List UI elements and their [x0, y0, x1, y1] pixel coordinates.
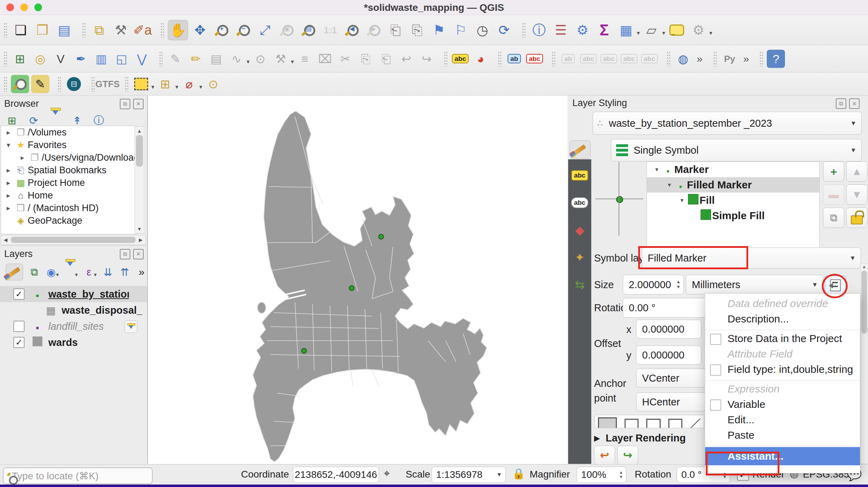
layer-filter-indicator-icon[interactable]: [125, 320, 137, 333]
scale-select[interactable]: 1:1356978 ▼: [432, 467, 506, 483]
anchor-horizontal-select[interactable]: HCenter: [636, 392, 705, 411]
browser-item--users-vigna-download[interactable]: ▸❒/Users/vigna/Download: [1, 151, 137, 164]
undo-button[interactable]: ↩: [397, 50, 415, 68]
cut-features-button[interactable]: ✂: [336, 50, 354, 68]
zoom-last-button[interactable]: ◀: [342, 20, 362, 40]
size-data-defined-override-button[interactable]: [825, 276, 846, 295]
expand-arrow-icon[interactable]: ▸: [3, 191, 14, 200]
mouse-extents-icon[interactable]: ⌖: [384, 467, 390, 480]
modify-attributes-button[interactable]: ⚒: [272, 50, 290, 68]
lock-scale-icon[interactable]: 🔒: [512, 467, 525, 480]
lock-colors-button[interactable]: [846, 208, 867, 228]
spinner-arrows-icon[interactable]: ▲▼: [676, 279, 681, 290]
show-bookmarks-button[interactable]: ⚐: [451, 20, 470, 40]
metasearch-button[interactable]: ◍: [674, 50, 692, 68]
symbology-tab[interactable]: [570, 140, 591, 159]
layer-visibility-checkbox[interactable]: ✓: [13, 288, 25, 300]
symbol-preset[interactable]: [625, 419, 639, 428]
symbol-tree-item-marker[interactable]: ▾●Marker: [647, 162, 819, 177]
filter-browser-button[interactable]: [49, 115, 62, 127]
overflow-button[interactable]: »: [136, 266, 147, 278]
paste-features-button[interactable]: ⎗: [377, 50, 395, 68]
collapse-all-layers-button[interactable]: ⇈: [119, 266, 130, 278]
measure-dropdown-icon[interactable]: ▾: [662, 29, 666, 37]
toggle-editing-button[interactable]: ✏: [187, 50, 205, 68]
expand-arrow-icon[interactable]: ▾: [664, 181, 674, 189]
identify-features-button[interactable]: ⓘ: [529, 20, 549, 40]
zoom-next-button[interactable]: ▶: [364, 20, 384, 40]
magnifier-input[interactable]: 100% ▲▼: [577, 467, 626, 483]
rotate-label-button[interactable]: abc: [620, 50, 638, 68]
menu-item-field-type-int-double-string[interactable]: Field type: int,double,string: [705, 362, 860, 377]
help-contents-button[interactable]: ?: [767, 50, 785, 68]
undo-style-button[interactable]: ↩: [594, 446, 615, 465]
toolbar-overflow-icon[interactable]: »: [743, 53, 749, 65]
delete-selected-button[interactable]: ⌧: [316, 50, 334, 68]
add-selected-layers-button[interactable]: ⊞: [6, 114, 18, 127]
select-by-value-dropdown-icon[interactable]: ▾: [175, 83, 179, 91]
refresh-map-button[interactable]: ⟳: [494, 20, 514, 40]
browser-close-icon[interactable]: ✕: [133, 99, 144, 109]
browser-item-home[interactable]: ▸⌂Home: [1, 189, 137, 202]
symbol-presets-row[interactable]: [595, 415, 704, 428]
layer-diagrams-button[interactable]: ◕: [471, 50, 490, 68]
styling-vertical-scrollbar[interactable]: ▲: [860, 264, 868, 464]
layer-rendering-section[interactable]: ▶ Layer Rendering: [594, 432, 686, 444]
symbol-tree-item-filled-marker[interactable]: ▾●Filled Marker: [647, 177, 819, 193]
expand-arrow-icon[interactable]: ▸: [17, 153, 28, 162]
highlight-labels-button[interactable]: abc: [525, 50, 544, 68]
browser-item-geopackage[interactable]: ◈GeoPackage: [1, 214, 137, 227]
zoom-full-button[interactable]: ⤢: [255, 20, 275, 40]
symbol-tree-item-simple-fill[interactable]: Simple Fill: [647, 208, 819, 223]
diagrams-tab[interactable]: ✦: [571, 250, 589, 265]
add-mssql-layer-button[interactable]: ◱: [112, 50, 131, 68]
digitize-with-segment-button[interactable]: ∿: [227, 50, 246, 68]
save-layer-edits-button[interactable]: ▤: [207, 50, 225, 68]
multiedit-attributes-button[interactable]: ≡: [296, 50, 314, 68]
zoom-in-button[interactable]: +: [212, 20, 232, 40]
expand-arrow-icon[interactable]: ▸: [3, 204, 14, 212]
add-group-button[interactable]: ⧉: [29, 266, 40, 278]
layer-labeling-button[interactable]: abc: [451, 50, 469, 68]
show-spatial-bookmarks-button[interactable]: ⎘: [407, 20, 427, 40]
symbol-tree-item-fill[interactable]: ▾Fill: [647, 193, 819, 208]
zoom-out-button[interactable]: −: [234, 20, 253, 40]
modify-attributes-dropdown-icon[interactable]: ▾: [291, 58, 294, 65]
layer-item-wards[interactable]: ✓wards: [0, 334, 147, 350]
styling-layer-select[interactable]: ∴ waste_by_station_september _2023 ▼: [593, 112, 862, 135]
run-feature-action-button[interactable]: ⚙: [689, 20, 708, 40]
processing-toolbox-button[interactable]: ⚙: [573, 20, 592, 40]
python-console-button[interactable]: Py: [721, 50, 739, 68]
map-canvas[interactable]: [147, 96, 568, 464]
manage-map-themes-button[interactable]: ◉: [46, 266, 57, 278]
layer-item-waste-disposal-septembe[interactable]: ▦waste_disposal_septembe: [0, 302, 147, 318]
styling-close-icon[interactable]: ✕: [849, 98, 860, 109]
statistical-summary-button[interactable]: ☰: [551, 20, 571, 40]
zoom-to-layer-button[interactable]: ▤: [299, 20, 318, 40]
menu-item-store-data-in-the-project[interactable]: Store Data in the Project: [705, 331, 860, 346]
expand-arrow-icon[interactable]: ▾: [652, 166, 662, 173]
open-attribute-table-dropdown-icon[interactable]: ▾: [637, 29, 640, 37]
menu-item-paste[interactable]: Paste: [705, 427, 860, 443]
show-hide-labels-button[interactable]: abc: [579, 50, 598, 68]
change-label-button[interactable]: abc: [640, 50, 659, 68]
filter-legend-dropdown-icon[interactable]: ▾: [75, 271, 78, 278]
renderer-select[interactable]: Single Symbol ▼: [611, 139, 862, 161]
browser-float-icon[interactable]: ⧉: [120, 99, 130, 109]
osm-edit-button[interactable]: ✎: [31, 75, 49, 93]
select-by-value-button[interactable]: ⊞: [156, 75, 174, 93]
select-by-location-button[interactable]: ⊙: [204, 75, 222, 93]
labels-tab[interactable]: abc: [571, 168, 589, 183]
filter-by-expression-button[interactable]: ε: [83, 266, 95, 278]
offset-y-input[interactable]: 0.000000: [636, 346, 701, 364]
style-manager-button[interactable]: ✐a: [133, 20, 152, 40]
menu-item-variable[interactable]: Variable: [705, 397, 860, 412]
browser-item-project-home[interactable]: ▸▦Project Home: [1, 176, 137, 189]
symbol-layer-type-select[interactable]: Filled Marker ▼: [642, 248, 861, 269]
zoom-to-selection-button[interactable]: ▣: [277, 20, 297, 40]
menu-item-edit[interactable]: Edit...: [705, 412, 860, 427]
offset-x-input[interactable]: 0.000000: [636, 320, 701, 339]
redo-style-button[interactable]: ↪: [617, 446, 638, 465]
expand-arrow-icon[interactable]: ▸: [3, 128, 14, 137]
pan-map-button[interactable]: ✋: [168, 20, 188, 40]
